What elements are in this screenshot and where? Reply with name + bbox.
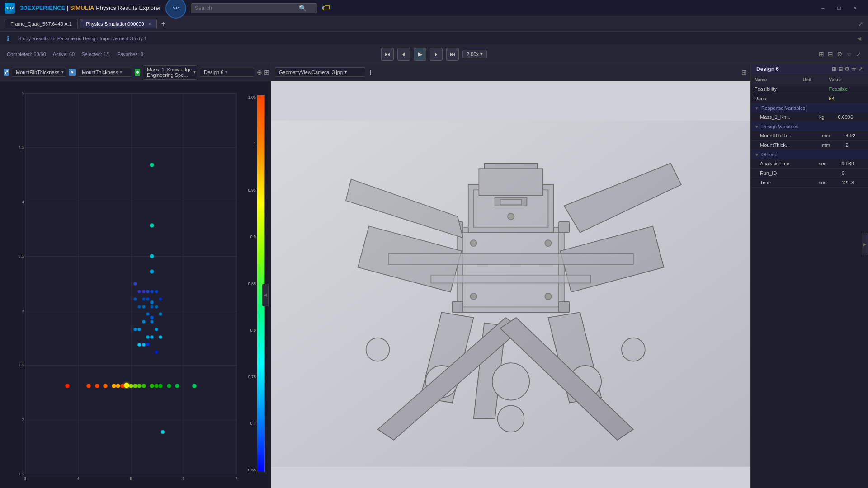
scatter-dot-28[interactable]	[133, 282, 137, 286]
other-row-0[interactable]: AnalysisTime sec 9.939	[751, 159, 868, 169]
scatter-dot-3[interactable]	[103, 384, 108, 388]
next-frame-button[interactable]: ⏵	[430, 48, 443, 61]
scatter-dot-48[interactable]	[150, 335, 154, 339]
other-row-2[interactable]: Time sec 122.8	[751, 178, 868, 188]
minimize-button[interactable]: −	[815, 0, 831, 16]
scatter-dot-42[interactable]	[150, 320, 154, 324]
prev-frame-button[interactable]: ⏴	[397, 48, 410, 61]
scatter-dot-30[interactable]	[150, 290, 154, 293]
scatter-dot-52[interactable]	[160, 430, 165, 434]
collapse-handle-left[interactable]: ◀	[857, 35, 861, 42]
tab-0[interactable]: Frame_Quad_567.6440 A.1	[5, 19, 78, 28]
design-var-row-0[interactable]: MountRibTh... mm 4.92	[751, 131, 868, 141]
other-row-1[interactable]: Run_ID 6	[751, 169, 868, 178]
scatter-dot-44[interactable]	[133, 328, 137, 331]
scatter-dot-39[interactable]	[142, 305, 146, 309]
pan-icon[interactable]: ⊕	[257, 69, 262, 76]
design-dropdown[interactable]: Design 6 ▾	[200, 68, 254, 77]
first-frame-button[interactable]: ⏮	[381, 48, 394, 61]
scatter-dot-26[interactable]	[142, 290, 146, 293]
scatter-dot-34[interactable]	[146, 297, 150, 301]
scatter-dot-36[interactable]	[137, 305, 141, 309]
scatter-dot-32[interactable]	[159, 297, 162, 301]
props-icon3[interactable]: ⚙	[844, 66, 849, 72]
scatter-dot-41[interactable]	[159, 312, 162, 316]
add-tab-button[interactable]: +	[159, 20, 168, 28]
view-content	[271, 81, 750, 488]
scatter-dot-27[interactable]	[137, 290, 141, 293]
scatter-dot-22[interactable]	[150, 300, 154, 305]
collapse-left-panel[interactable]: ◀	[262, 284, 269, 306]
props-star[interactable]: ☆	[851, 66, 856, 72]
design-var-row-1[interactable]: MountThick... mm 2	[751, 141, 868, 150]
scatter-dot-10[interactable]	[142, 384, 146, 388]
scatter-dot-20[interactable]	[150, 254, 154, 258]
scatter-dot-43[interactable]	[142, 320, 146, 324]
scatter-dot-21[interactable]	[150, 269, 154, 274]
settings-icon[interactable]: ⚙	[837, 51, 843, 58]
scatter-dot-5[interactable]	[116, 384, 120, 388]
scatter-dot-49[interactable]	[159, 335, 162, 339]
color-axis-dropdown[interactable]: Mass_1_Knowledge Engineering Spe... ▾	[143, 65, 197, 80]
tab-1[interactable]: Physics Simulation000009 ×	[80, 19, 157, 28]
scatter-dot-17[interactable]	[192, 384, 197, 388]
close-button[interactable]: ×	[847, 0, 863, 16]
view-panel: GeometryViewCamera_3.jpg ▾ | ⊞	[271, 63, 750, 488]
speed-control[interactable]: 2.00x ▾	[462, 50, 487, 58]
props-expand[interactable]: ⤢	[858, 66, 863, 72]
scatter-dot-45[interactable]	[137, 328, 141, 331]
scatter-dot-38[interactable]	[155, 305, 158, 309]
section-response-vars[interactable]: ▼ Response Variables	[751, 103, 868, 113]
zoom-fit-icon[interactable]: ⊞	[264, 69, 269, 76]
rank-row[interactable]: Rank 54	[751, 94, 868, 103]
scatter-dot-2[interactable]	[95, 384, 99, 388]
star-icon[interactable]: ☆	[846, 51, 852, 58]
plot-area[interactable]: 1.5 2 2.5 3 3.5 4 4.5 5 3 4 5 6 7	[25, 93, 237, 474]
tag-icon[interactable]: 🏷	[322, 3, 330, 13]
scatter-dot-40[interactable]	[146, 312, 150, 316]
scatter-dot-29[interactable]	[146, 290, 150, 293]
scatter-dot-51[interactable]	[137, 343, 141, 347]
scatter-dot-33[interactable]	[142, 297, 146, 301]
play-button[interactable]: ▶	[414, 48, 426, 61]
x-axis-dropdown[interactable]: MountRibThickness ▾	[12, 68, 66, 77]
scatter-dot-37[interactable]	[150, 305, 154, 309]
grid-view-icon[interactable]: ⊞	[819, 51, 824, 58]
scatter-dot-31[interactable]	[155, 290, 158, 293]
scatter-dot-13[interactable]	[158, 384, 163, 388]
response-var-row-0[interactable]: Mass_1_Kn... kg 0.6996	[751, 113, 868, 122]
scatter-dot-35[interactable]	[133, 297, 137, 301]
scatter-dot-6[interactable]	[124, 383, 129, 388]
expand-right-icon[interactable]: ⤢	[856, 51, 861, 58]
scatter-dot-18[interactable]	[150, 163, 154, 167]
section-design-vars[interactable]: ▼ Design Variables	[751, 122, 868, 131]
view-toggle-icon[interactable]: ⊞	[741, 69, 747, 76]
y-axis-dropdown[interactable]: MountThickness ▾	[78, 68, 132, 77]
scatter-dot-25[interactable]	[154, 350, 158, 354]
maximize-button[interactable]: □	[831, 0, 847, 16]
camera-dropdown[interactable]: GeometryViewCamera_3.jpg ▾	[275, 67, 365, 77]
scatter-dot-16[interactable]	[65, 384, 70, 388]
scatter-dot-1[interactable]	[86, 384, 91, 388]
scatter-dot-46[interactable]	[155, 328, 158, 331]
collapse-right-panel[interactable]: ▶	[862, 233, 868, 255]
tab-1-close[interactable]: ×	[148, 22, 151, 27]
scatter-dot-23[interactable]	[150, 315, 154, 319]
scatter-dot-19[interactable]	[150, 223, 154, 228]
scatter-dot-14[interactable]	[167, 384, 171, 388]
last-frame-button[interactable]: ⏭	[446, 48, 459, 61]
search-bar[interactable]: 🔍	[191, 3, 317, 13]
props-icon2[interactable]: ⊟	[838, 66, 843, 72]
rank-unit	[799, 94, 825, 103]
section-others[interactable]: ▼ Others	[751, 150, 868, 159]
scatter-dot-24[interactable]	[146, 342, 150, 346]
search-input[interactable]	[195, 5, 299, 11]
scale-0.80: 0.8	[248, 328, 256, 333]
scatter-dot-47[interactable]	[146, 335, 150, 339]
props-icon1[interactable]: ⊞	[832, 66, 836, 72]
scatter-dot-15[interactable]	[175, 384, 179, 388]
expand-icon[interactable]: ⤢	[858, 20, 863, 28]
scatter-dot-50[interactable]	[142, 343, 146, 347]
split-view-icon[interactable]: ⊟	[828, 51, 833, 58]
feasibility-row[interactable]: Feasibility Feasible	[751, 84, 868, 94]
